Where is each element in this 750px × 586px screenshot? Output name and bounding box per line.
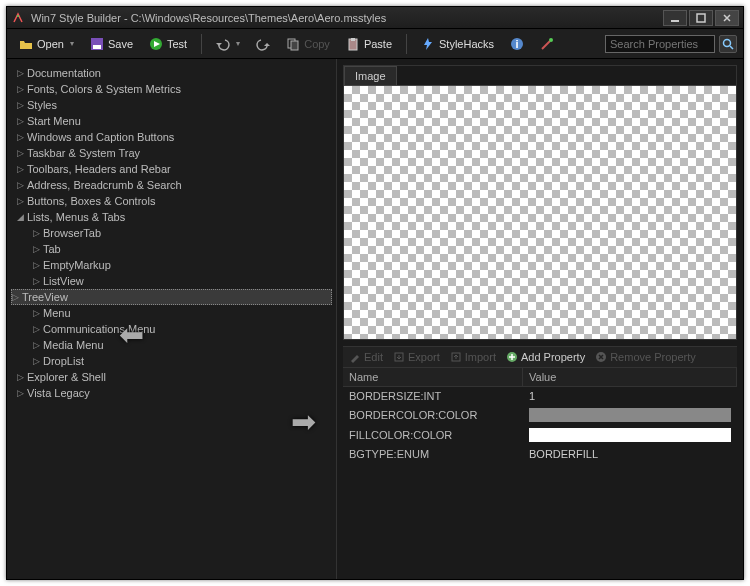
remove-property-button[interactable]: Remove Property <box>595 351 696 363</box>
expand-arrow-icon[interactable]: ▷ <box>17 98 27 112</box>
tree-item-label: Vista Legacy <box>27 386 90 400</box>
tree-item[interactable]: ▷TreeView <box>11 289 332 305</box>
chevron-down-icon: ▾ <box>236 39 240 48</box>
tree-item[interactable]: ▷Start Menu <box>11 113 332 129</box>
edit-property-button[interactable]: Edit <box>349 351 383 363</box>
tree-item[interactable]: ▷Toolbars, Headers and Rebar <box>11 161 332 177</box>
tree-item[interactable]: ▷DropList <box>11 353 332 369</box>
expand-arrow-icon[interactable]: ▷ <box>17 194 27 208</box>
export-property-button[interactable]: Export <box>393 351 440 363</box>
tree-item[interactable]: ▷Fonts, Colors & System Metrics <box>11 81 332 97</box>
tree-item-label: Fonts, Colors & System Metrics <box>27 82 181 96</box>
undo-button[interactable]: ▾ <box>210 34 246 54</box>
tree-item[interactable]: ▷Menu <box>11 305 332 321</box>
table-row[interactable]: BORDERSIZE:INT1 <box>343 387 737 405</box>
property-value[interactable]: BORDERFILL <box>523 446 737 462</box>
minimize-button[interactable] <box>663 10 687 26</box>
tool-button[interactable] <box>534 34 560 54</box>
redo-button[interactable] <box>250 34 276 54</box>
expand-arrow-icon[interactable]: ▷ <box>17 162 27 176</box>
import-property-button[interactable]: Import <box>450 351 496 363</box>
info-button[interactable]: i <box>504 34 530 54</box>
color-swatch[interactable] <box>529 408 731 422</box>
expand-arrow-icon[interactable]: ▷ <box>17 130 27 144</box>
expand-arrow-icon[interactable]: ▷ <box>12 290 22 304</box>
expand-arrow-icon[interactable]: ▷ <box>33 338 43 352</box>
expand-arrow-icon[interactable]: ▷ <box>33 322 43 336</box>
window-title: Win7 Style Builder - C:\Windows\Resource… <box>31 12 663 24</box>
tree-item[interactable]: ▷Tab <box>11 241 332 257</box>
tree-item[interactable]: ▷Address, Breadcrumb & Search <box>11 177 332 193</box>
tree-item[interactable]: ▷Media Menu <box>11 337 332 353</box>
tree-item[interactable]: ◢Lists, Menus & Tabs <box>11 209 332 225</box>
copy-button[interactable]: Copy <box>280 34 336 54</box>
tree-item[interactable]: ▷BrowserTab <box>11 225 332 241</box>
tree-item-label: Toolbars, Headers and Rebar <box>27 162 171 176</box>
tree-item[interactable]: ▷Documentation <box>11 65 332 81</box>
expand-arrow-icon[interactable]: ▷ <box>33 242 43 256</box>
main-toolbar: Open ▾ Save Test ▾ Copy Paste StyleHacks… <box>7 29 743 59</box>
color-swatch[interactable] <box>529 428 731 442</box>
expand-arrow-icon[interactable]: ▷ <box>17 386 27 400</box>
image-canvas[interactable] <box>344 85 736 339</box>
expand-arrow-icon[interactable]: ◢ <box>17 210 27 224</box>
svg-rect-1 <box>671 20 679 22</box>
paste-button[interactable]: Paste <box>340 34 398 54</box>
table-row[interactable]: FILLCOLOR:COLOR <box>343 425 737 445</box>
table-header: Name Value <box>343 368 737 387</box>
wand-icon <box>540 37 554 51</box>
expand-arrow-icon[interactable]: ▷ <box>33 274 43 288</box>
tree-item-label: Buttons, Boxes & Controls <box>27 194 155 208</box>
table-row[interactable]: BORDERCOLOR:COLOR <box>343 405 737 425</box>
right-panel: Image Edit Export Import Add Property Re… <box>337 59 743 579</box>
tree-item-label: DropList <box>43 354 84 368</box>
tree-item-label: Windows and Caption Buttons <box>27 130 174 144</box>
expand-arrow-icon[interactable]: ▷ <box>33 354 43 368</box>
expand-arrow-icon[interactable]: ▷ <box>17 146 27 160</box>
open-button[interactable]: Open ▾ <box>13 34 80 54</box>
tree-item[interactable]: ▷Communications Menu <box>11 321 332 337</box>
test-button[interactable]: Test <box>143 34 193 54</box>
maximize-button[interactable] <box>689 10 713 26</box>
app-window: Win7 Style Builder - C:\Windows\Resource… <box>6 6 744 580</box>
svg-rect-7 <box>291 41 298 50</box>
tree-item[interactable]: ▷Explorer & Shell <box>11 369 332 385</box>
expand-arrow-icon[interactable]: ▷ <box>33 306 43 320</box>
tree-item[interactable]: ▷Vista Legacy <box>11 385 332 401</box>
stylehacks-button[interactable]: StyleHacks <box>415 34 500 54</box>
image-preview: Image <box>343 65 737 340</box>
tree-item-label: Communications Menu <box>43 322 156 336</box>
edit-icon <box>349 351 361 363</box>
property-value[interactable] <box>523 406 737 424</box>
save-button[interactable]: Save <box>84 34 139 54</box>
search-input[interactable] <box>605 35 715 53</box>
search-button[interactable] <box>719 35 737 53</box>
tree-item[interactable]: ▷Buttons, Boxes & Controls <box>11 193 332 209</box>
column-name[interactable]: Name <box>343 368 523 386</box>
tree-item-label: Tab <box>43 242 61 256</box>
close-button[interactable] <box>715 10 739 26</box>
expand-arrow-icon[interactable]: ▷ <box>17 82 27 96</box>
tree-item[interactable]: ▷ListView <box>11 273 332 289</box>
add-property-button[interactable]: Add Property <box>506 351 585 363</box>
expand-arrow-icon[interactable]: ▷ <box>33 226 43 240</box>
tree-item[interactable]: ▷Styles <box>11 97 332 113</box>
tree-item-label: Menu <box>43 306 71 320</box>
svg-point-13 <box>724 39 731 46</box>
expand-arrow-icon[interactable]: ▷ <box>17 114 27 128</box>
expand-arrow-icon[interactable]: ▷ <box>17 178 27 192</box>
tree-item[interactable]: ▷Taskbar & System Tray <box>11 145 332 161</box>
expand-arrow-icon[interactable]: ▷ <box>17 370 27 384</box>
expand-arrow-icon[interactable]: ▷ <box>17 66 27 80</box>
undo-icon <box>216 37 230 51</box>
property-value[interactable]: 1 <box>523 388 737 404</box>
tree-item[interactable]: ▷Windows and Caption Buttons <box>11 129 332 145</box>
table-row[interactable]: BGTYPE:ENUMBORDERFILL <box>343 445 737 463</box>
image-tab[interactable]: Image <box>344 66 397 85</box>
expand-arrow-icon[interactable]: ▷ <box>33 258 43 272</box>
column-value[interactable]: Value <box>523 368 737 386</box>
property-value[interactable] <box>523 426 737 444</box>
tree-item[interactable]: ▷EmptyMarkup <box>11 257 332 273</box>
tree-panel[interactable]: ▷Documentation▷Fonts, Colors & System Me… <box>7 59 337 579</box>
titlebar[interactable]: Win7 Style Builder - C:\Windows\Resource… <box>7 7 743 29</box>
